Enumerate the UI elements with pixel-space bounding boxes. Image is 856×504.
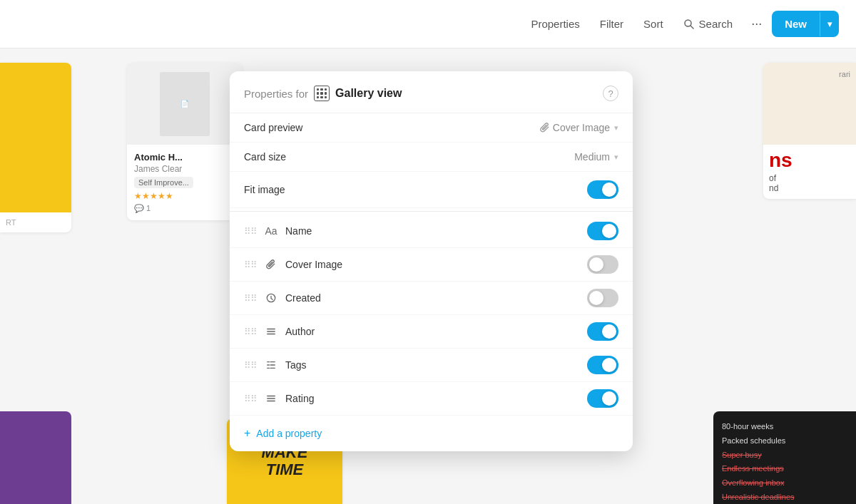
search-label: Search bbox=[699, 18, 733, 30]
gallery-card-partial-bottom-left bbox=[0, 411, 71, 504]
card-comment: 💬 1 bbox=[134, 204, 235, 213]
author-type-icon bbox=[263, 323, 280, 340]
panel-header: Properties for Gallery view ? bbox=[230, 71, 633, 113]
toolbar: Properties Filter Sort Search ··· New ▾ bbox=[0, 0, 856, 48]
gallery-card-atomic[interactable]: 📄 Atomic H... James Clear Self Improve..… bbox=[127, 63, 243, 220]
name-type-icon: Aa bbox=[263, 222, 280, 240]
prop-row-name: ⠿⠿ Aa Name bbox=[230, 215, 633, 248]
author-toggle-knob bbox=[602, 324, 616, 339]
gallery-view-icon bbox=[314, 86, 330, 101]
cover-image-toggle[interactable] bbox=[587, 255, 618, 274]
fit-image-toggle[interactable] bbox=[587, 180, 618, 199]
created-toggle[interactable] bbox=[587, 289, 618, 307]
created-type-icon bbox=[263, 289, 280, 307]
card-size-label: Card size bbox=[244, 151, 286, 163]
add-property-plus-icon: + bbox=[244, 427, 250, 440]
card-size-row[interactable]: Card size Medium ▾ bbox=[230, 143, 633, 172]
drag-handle-rating[interactable]: ⠿⠿ bbox=[244, 394, 257, 404]
fit-image-toggle-knob bbox=[602, 182, 616, 197]
card-subtitle: James Clear bbox=[134, 164, 235, 174]
card-size-value-container[interactable]: Medium ▾ bbox=[574, 151, 618, 163]
sort-button[interactable]: Sort bbox=[635, 12, 672, 36]
prop-label-tags: Tags bbox=[285, 359, 581, 371]
prop-label-rating: Rating bbox=[285, 393, 581, 404]
paperclip-icon bbox=[540, 123, 550, 133]
name-toggle[interactable] bbox=[587, 222, 618, 240]
rating-type-icon bbox=[263, 390, 280, 407]
search-button[interactable]: Search bbox=[675, 12, 742, 36]
help-button[interactable]: ? bbox=[603, 86, 618, 101]
panel-title: Gallery view bbox=[335, 87, 402, 100]
more-icon: ··· bbox=[751, 16, 762, 31]
rating-toggle[interactable] bbox=[587, 389, 618, 408]
card-size-chevron-icon[interactable]: ▾ bbox=[614, 153, 618, 162]
name-toggle-knob bbox=[602, 224, 616, 238]
created-toggle-knob bbox=[589, 291, 603, 305]
prop-row-created: ⠿⠿ Created bbox=[230, 282, 633, 315]
card-preview-value-container[interactable]: Cover Image ▾ bbox=[540, 122, 618, 133]
tags-type-icon bbox=[263, 356, 280, 374]
help-icon: ? bbox=[608, 88, 613, 99]
search-icon bbox=[683, 19, 695, 30]
card-preview-value: Cover Image bbox=[553, 122, 610, 133]
add-property-button[interactable]: + Add a property bbox=[230, 416, 633, 451]
prop-row-rating: ⠿⠿ Rating bbox=[230, 382, 633, 416]
gallery-card-partial-right1: rari ns of nd bbox=[763, 63, 856, 199]
panel-divider bbox=[230, 211, 633, 212]
panel-header-left: Properties for Gallery view bbox=[244, 86, 402, 101]
card-tag: Self Improve... bbox=[134, 177, 193, 188]
more-button[interactable]: ··· bbox=[744, 11, 769, 37]
svg-line-1 bbox=[691, 26, 693, 29]
drag-handle-name[interactable]: ⠿⠿ bbox=[244, 226, 257, 237]
card-preview-row[interactable]: Card preview Cover Image ▾ bbox=[230, 113, 633, 143]
properties-label: Properties bbox=[531, 18, 579, 30]
new-chevron-icon[interactable]: ▾ bbox=[820, 12, 839, 36]
prop-label-created: Created bbox=[285, 292, 581, 304]
sort-label: Sort bbox=[643, 18, 663, 30]
prop-label-name: Name bbox=[285, 225, 581, 237]
rating-toggle-knob bbox=[602, 391, 616, 406]
cover-image-toggle-knob bbox=[589, 257, 603, 272]
prop-row-cover-image: ⠿⠿ Cover Image bbox=[230, 248, 633, 282]
drag-handle-cover[interactable]: ⠿⠿ bbox=[244, 259, 257, 270]
prop-label-author: Author bbox=[285, 326, 581, 337]
filter-label: Filter bbox=[600, 18, 623, 30]
drag-handle-author[interactable]: ⠿⠿ bbox=[244, 326, 257, 337]
drag-handle-tags[interactable]: ⠿⠿ bbox=[244, 360, 257, 371]
properties-panel: Properties for Gallery view ? Card previ… bbox=[230, 71, 633, 451]
fit-image-label: Fit image bbox=[244, 184, 285, 195]
filter-button[interactable]: Filter bbox=[591, 12, 632, 36]
cover-type-icon bbox=[263, 256, 280, 273]
add-property-label: Add a property bbox=[256, 428, 322, 439]
card-size-value: Medium bbox=[574, 151, 610, 163]
panel-for-label: Properties for bbox=[244, 88, 308, 100]
gallery-card-partial-bottom-right: 80-hour weeks Packed schedules Super bus… bbox=[713, 411, 856, 504]
properties-button[interactable]: Properties bbox=[522, 12, 588, 36]
new-label: New bbox=[772, 11, 820, 37]
card-title: Atomic H... bbox=[134, 152, 235, 163]
prop-label-cover-image: Cover Image bbox=[285, 259, 581, 270]
prop-row-author: ⠿⠿ Author bbox=[230, 315, 633, 349]
tags-toggle-knob bbox=[602, 358, 616, 372]
drag-handle-created[interactable]: ⠿⠿ bbox=[244, 293, 257, 304]
card-stars: ★★★★★ bbox=[134, 191, 235, 201]
gallery-card-partial-left: RT bbox=[0, 63, 71, 232]
author-toggle[interactable] bbox=[587, 322, 618, 341]
card-preview-chevron-icon[interactable]: ▾ bbox=[614, 123, 618, 133]
tags-toggle[interactable] bbox=[587, 356, 618, 374]
fit-image-row: Fit image bbox=[230, 172, 633, 208]
card-preview-label: Card preview bbox=[244, 122, 302, 133]
new-button[interactable]: New ▾ bbox=[772, 11, 839, 37]
prop-row-tags: ⠿⠿ Tags bbox=[230, 349, 633, 382]
